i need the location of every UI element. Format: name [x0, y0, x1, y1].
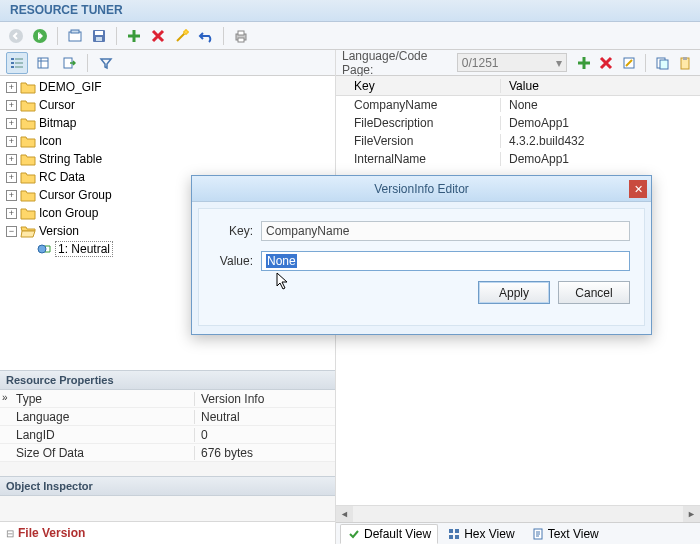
table-header: Key Value [336, 76, 700, 96]
app-titlebar: RESOURCE TUNER [0, 0, 700, 22]
tree-item[interactable]: +DEMO_GIF [0, 78, 335, 96]
svg-rect-27 [455, 529, 459, 533]
svg-rect-13 [15, 58, 23, 60]
svg-rect-23 [660, 60, 668, 69]
checkmark-icon [347, 527, 361, 541]
dialog-title: VersionInfo Editor ✕ [192, 176, 651, 202]
expand-icon[interactable]: + [6, 82, 17, 93]
lang-add-button[interactable] [575, 53, 593, 73]
chevron-down-icon: ▾ [556, 56, 562, 70]
table-row[interactable]: FileDescriptionDemoApp1 [336, 114, 700, 132]
scroll-right-icon[interactable]: ► [683, 506, 700, 523]
collapse-icon[interactable]: − [6, 226, 17, 237]
expand-icon[interactable]: + [6, 190, 17, 201]
delete-button[interactable] [148, 26, 168, 46]
lang-delete-button[interactable] [597, 53, 615, 73]
tree-toolbar [0, 50, 335, 76]
table-row[interactable]: CompanyNameNone [336, 96, 700, 114]
cancel-button[interactable]: Cancel [558, 281, 630, 304]
svg-rect-29 [455, 535, 459, 539]
svg-rect-7 [96, 37, 102, 41]
svg-rect-28 [449, 535, 453, 539]
tree-export-button[interactable] [58, 52, 80, 74]
tree-item[interactable]: +Icon [0, 132, 335, 150]
back-button[interactable] [6, 26, 26, 46]
tab-default-view[interactable]: Default View [340, 524, 438, 544]
folder-icon [20, 80, 36, 94]
version-leaf-icon [36, 242, 52, 256]
apply-button[interactable]: Apply [478, 281, 550, 304]
value-field[interactable]: None [261, 251, 630, 271]
svg-rect-25 [683, 57, 687, 60]
view-tabs: Default View Hex View Text View [336, 522, 700, 544]
expand-icon[interactable]: + [6, 136, 17, 147]
language-bar: Language/Code Page: 0/1251▾ [336, 50, 700, 76]
props-row: Size Of Data676 bytes [0, 444, 335, 462]
svg-rect-14 [11, 62, 14, 64]
table-row[interactable]: InternalNameDemoApp1 [336, 150, 700, 168]
svg-rect-26 [449, 529, 453, 533]
svg-rect-17 [15, 66, 23, 68]
svg-point-20 [38, 245, 46, 253]
folder-icon [20, 170, 36, 184]
svg-rect-10 [238, 31, 244, 35]
props-header: Resource Properties [0, 370, 335, 390]
filter-button[interactable] [95, 52, 117, 74]
tab-hex-view[interactable]: Hex View [440, 524, 521, 544]
file-version-row[interactable]: File Version [0, 521, 335, 544]
folder-icon [20, 152, 36, 166]
key-field[interactable]: CompanyName [261, 221, 630, 241]
tab-text-view[interactable]: Text View [524, 524, 606, 544]
horizontal-scrollbar[interactable]: ◄ ► [336, 505, 700, 522]
expand-icon[interactable]: + [6, 172, 17, 183]
tree-item[interactable]: +Cursor [0, 96, 335, 114]
tree-view2-button[interactable] [32, 52, 54, 74]
svg-rect-11 [238, 38, 244, 42]
props-row: TypeVersion Info [0, 390, 335, 408]
inspector-header: Object Inspector [0, 476, 335, 496]
add-button[interactable] [124, 26, 144, 46]
versioninfo-editor-dialog: VersionInfo Editor ✕ Key: CompanyName Va… [191, 175, 652, 335]
expand-icon[interactable]: + [6, 208, 17, 219]
expand-icon[interactable]: + [6, 100, 17, 111]
folder-icon [20, 134, 36, 148]
inspector-body [0, 496, 335, 521]
lang-edit-button[interactable] [620, 53, 638, 73]
tree-item[interactable]: +Bitmap [0, 114, 335, 132]
folder-icon [20, 98, 36, 112]
key-label: Key: [213, 224, 253, 238]
svg-rect-12 [11, 58, 14, 60]
svg-rect-16 [11, 66, 14, 68]
table-row[interactable]: FileVersion4.3.2.build432 [336, 132, 700, 150]
text-icon [531, 527, 545, 541]
svg-rect-18 [38, 58, 48, 68]
tree-view-button[interactable] [6, 52, 28, 74]
forward-button[interactable] [30, 26, 50, 46]
language-select[interactable]: 0/1251▾ [457, 53, 567, 72]
hex-icon [447, 527, 461, 541]
expand-icon[interactable]: + [6, 154, 17, 165]
main-toolbar [0, 22, 700, 50]
svg-rect-6 [95, 31, 103, 35]
close-button[interactable]: ✕ [629, 180, 647, 198]
svg-point-0 [9, 29, 23, 43]
wizard-button[interactable] [172, 26, 192, 46]
open-button[interactable] [65, 26, 85, 46]
props-row: LanguageNeutral [0, 408, 335, 426]
expand-icon[interactable]: + [6, 118, 17, 129]
print-button[interactable] [231, 26, 251, 46]
lang-copy-button[interactable] [653, 53, 671, 73]
svg-rect-15 [15, 62, 23, 64]
lang-paste-button[interactable] [676, 53, 694, 73]
scroll-left-icon[interactable]: ◄ [336, 506, 353, 523]
language-label: Language/Code Page: [342, 49, 453, 77]
save-button[interactable] [89, 26, 109, 46]
props-table: TypeVersion Info LanguageNeutral LangID0… [0, 390, 335, 462]
folder-icon [20, 206, 36, 220]
props-row: LangID0 [0, 426, 335, 444]
folder-icon [20, 188, 36, 202]
svg-rect-4 [71, 30, 79, 33]
folder-open-icon [20, 224, 36, 238]
tree-item[interactable]: +String Table [0, 150, 335, 168]
undo-button[interactable] [196, 26, 216, 46]
